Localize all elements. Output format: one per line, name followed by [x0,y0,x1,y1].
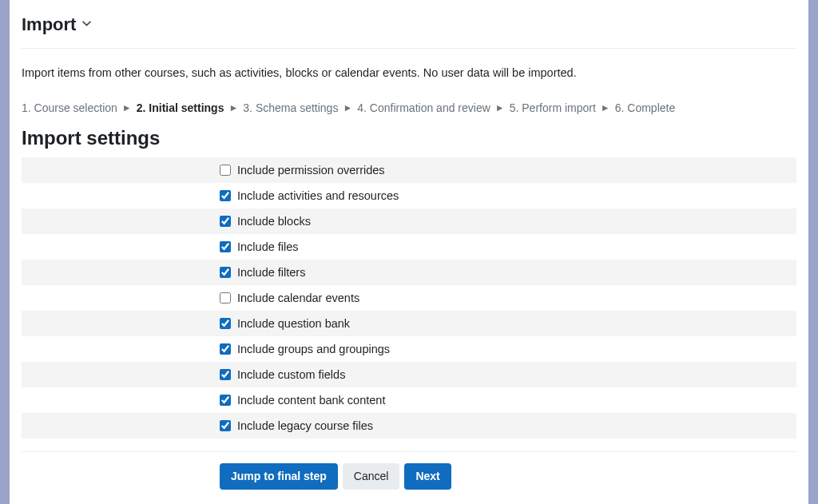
cancel-button[interactable]: Cancel [343,463,400,490]
setting-row: Include content bank content [22,387,796,413]
section-title: Import settings [22,127,796,149]
setting-label: Include question bank [237,317,350,330]
wizard-steps: 1. Course selection►2. Initial settings►… [22,87,796,125]
setting-label: Include blocks [237,215,311,228]
arrow-right-icon: ► [228,102,238,113]
wizard-step: 4. Confirmation and review [357,101,490,114]
setting-row: Include filters [22,260,796,285]
setting-checkbox[interactable] [220,343,231,355]
jump-to-final-step-button[interactable]: Jump to final step [220,463,338,490]
setting-checkbox[interactable] [220,241,231,252]
wizard-step: 6. Complete [615,101,675,114]
setting-row: Include legacy course files [22,413,796,439]
setting-checkbox[interactable] [220,165,231,176]
setting-checkbox[interactable] [220,267,231,278]
page-container: Import Import items from other courses, … [10,0,808,504]
button-bar: Jump to final step Cancel Next [22,452,796,501]
setting-row: Include custom fields [22,362,796,387]
chevron-down-icon[interactable] [82,19,91,30]
arrow-right-icon: ► [343,102,352,113]
setting-checkbox[interactable] [220,395,231,406]
setting-checkbox[interactable] [220,369,231,380]
setting-row: Include files [22,234,796,260]
setting-label: Include content bank content [237,394,385,407]
setting-row: Include blocks [22,208,796,234]
setting-label: Include groups and groupings [237,343,390,355]
setting-label: Include legacy course files [237,419,373,432]
setting-checkbox[interactable] [220,420,231,431]
arrow-right-icon: ► [122,102,132,113]
setting-label: Include calendar events [237,292,359,304]
setting-label: Include permission overrides [237,164,385,177]
next-button[interactable]: Next [404,463,451,490]
wizard-step: 2. Initial settings [137,101,224,114]
setting-row: Include calendar events [22,285,796,311]
page-title: Import [22,14,76,35]
setting-checkbox[interactable] [220,216,231,227]
setting-label: Include custom fields [237,368,345,381]
wizard-step: 5. Perform import [510,101,596,114]
import-settings-list: Include permission overridesInclude acti… [22,157,796,439]
setting-checkbox[interactable] [220,318,231,329]
setting-checkbox[interactable] [220,292,231,304]
page-header: Import [22,0,796,49]
arrow-right-icon: ► [495,102,505,113]
wizard-step: 1. Course selection [22,101,117,114]
import-description: Import items from other courses, such as… [22,49,796,87]
arrow-right-icon: ► [601,102,610,113]
setting-checkbox[interactable] [220,190,231,201]
setting-row: Include activities and resources [22,183,796,208]
wizard-step: 3. Schema settings [243,101,338,114]
setting-label: Include filters [237,266,305,279]
setting-row: Include groups and groupings [22,336,796,362]
setting-row: Include question bank [22,311,796,336]
setting-label: Include activities and resources [237,189,399,202]
setting-label: Include files [237,240,299,253]
setting-row: Include permission overrides [22,157,796,183]
